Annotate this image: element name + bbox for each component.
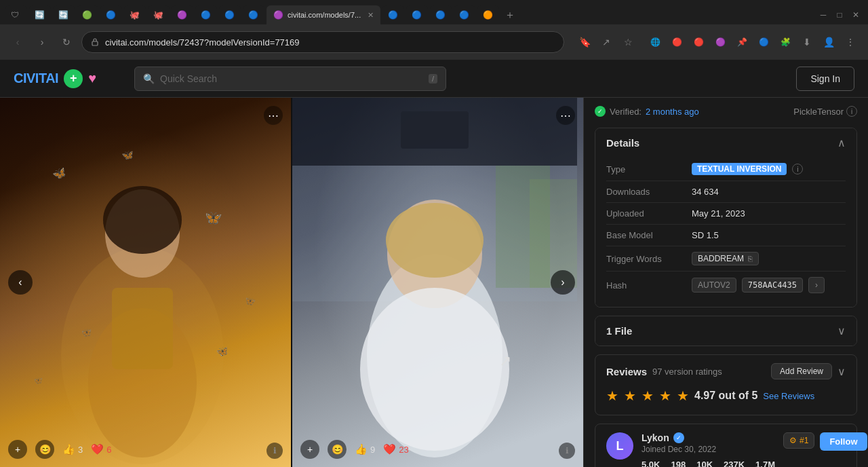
- type-badge: TEXTUAL INVERSION: [692, 163, 787, 175]
- uploaded-label: Uploaded: [606, 208, 681, 219]
- extension-btn-4[interactable]: 📌: [732, 33, 751, 52]
- rank-value: #1: [800, 436, 808, 445]
- refresh-button[interactable]: ↻: [57, 33, 76, 52]
- address-bar[interactable]: civitai.com/models/72437?modelVersionId=…: [81, 31, 564, 53]
- user-name[interactable]: Lykon: [642, 432, 669, 443]
- extension-btn[interactable]: 🌐: [646, 33, 665, 52]
- gallery-2-menu-button[interactable]: ⋯: [556, 106, 575, 125]
- add-reaction-button[interactable]: +: [8, 440, 27, 459]
- hash-value: 758AAC4435: [742, 278, 803, 293]
- forward-button[interactable]: ›: [33, 33, 52, 52]
- svg-point-18: [386, 203, 484, 278]
- image-2-info-button[interactable]: ℹ: [559, 443, 575, 459]
- verified-time-link[interactable]: 2 months ago: [646, 107, 699, 117]
- search-shortcut: /: [429, 74, 437, 83]
- author-info-icon[interactable]: i: [846, 106, 857, 117]
- browser-tab[interactable]: 🟠: [477, 5, 499, 24]
- browser-tab[interactable]: 🔵: [454, 5, 475, 24]
- verified-label: Verified:: [610, 107, 642, 117]
- browser-tab[interactable]: 🔵: [406, 5, 428, 24]
- image-1-info-button[interactable]: ℹ: [267, 443, 283, 459]
- extension-btn-2[interactable]: 🔴: [689, 33, 708, 52]
- emoji-reaction-button[interactable]: 😊: [35, 440, 54, 459]
- gallery-next-button[interactable]: ›: [551, 270, 575, 295]
- search-bar[interactable]: 🔍 Quick Search /: [134, 67, 446, 91]
- browser-tab[interactable]: 🔵: [100, 5, 122, 24]
- svg-text:🦋: 🦋: [203, 208, 223, 228]
- browser-chrome: 🛡 🔄 🔄 🟢 🔵 🐙 🐙 🟣: [0, 0, 868, 60]
- browser-toolbar: ‹ › ↻ civitai.com/models/72437?modelVers…: [0, 24, 868, 60]
- user-info: Lykon ✓ Joined Dec 30, 2022 5.0K 📥 198 ❤…: [642, 432, 775, 467]
- thumbs-up-icon: 👍: [62, 443, 75, 455]
- details-header[interactable]: Details ∧: [595, 128, 856, 157]
- svg-text:🦋: 🦋: [34, 376, 43, 385]
- browser-tab[interactable]: 🔵: [195, 5, 217, 24]
- browser-tab[interactable]: 🔵: [219, 5, 241, 24]
- hash-row: Hash AUTOV2 758AAC4435 ›: [606, 272, 846, 299]
- gallery-1-actions: + 😊 👍 3 ❤️ 6: [8, 440, 111, 459]
- browser-tab[interactable]: 🔵: [243, 5, 264, 24]
- base-model-label: Base Model: [606, 230, 681, 240]
- bookmark-page-button[interactable]: 🔖: [575, 33, 594, 52]
- browser-tab[interactable]: 🐙: [124, 5, 146, 24]
- browser-tab[interactable]: 🛡: [5, 5, 27, 24]
- new-tab-button[interactable]: ＋: [500, 5, 519, 24]
- browser-tab[interactable]: 🟣: [172, 5, 193, 24]
- reviews-header: Reviews 97 version ratings Add Review ∨: [595, 355, 856, 388]
- user-stat-likes: 198 ❤️: [671, 460, 686, 467]
- browser-menu-button[interactable]: ⋮: [841, 33, 860, 52]
- add-content-button[interactable]: +: [64, 69, 83, 88]
- base-model-row: Base Model SD 1.5: [606, 225, 846, 246]
- type-info-icon[interactable]: i: [792, 164, 803, 174]
- bookmark-star-button[interactable]: ☆: [618, 33, 637, 52]
- app-header: CIVITAI + ♥ 🔍 Quick Search / Sign In: [0, 60, 868, 98]
- add-reaction-2-button[interactable]: +: [300, 440, 319, 459]
- extension-btn-5[interactable]: 🔵: [754, 33, 773, 52]
- hash-label: Hash: [606, 280, 681, 291]
- extension-btn-6[interactable]: 🧩: [776, 33, 795, 52]
- downloads-label: Downloads: [606, 187, 681, 197]
- gallery-prev-button[interactable]: ‹: [8, 270, 33, 295]
- user-name-row: Lykon ✓: [642, 432, 775, 443]
- copy-trigger-button[interactable]: ⎘: [748, 255, 753, 263]
- hash-expand-button[interactable]: ›: [808, 277, 825, 293]
- verified-badge: ✓ Verified: 2 months ago: [595, 106, 699, 117]
- close-button[interactable]: ✕: [849, 8, 863, 22]
- stat-thumbs-value: 10K: [696, 460, 713, 467]
- browser-tab[interactable]: 🐙: [148, 5, 170, 24]
- browser-tabs: 🛡 🔄 🔄 🟢 🔵 🐙 🐙 🟣: [0, 0, 868, 24]
- browser-tab[interactable]: 🔵: [430, 5, 452, 24]
- gallery-1-menu-button[interactable]: ⋯: [264, 106, 283, 125]
- restore-button[interactable]: □: [833, 8, 846, 22]
- downloads-button[interactable]: ⬇: [797, 33, 816, 52]
- star-2: ★: [624, 388, 636, 404]
- favorites-button[interactable]: ♥: [88, 71, 96, 86]
- user-stat-downloads: 5.0K 📥: [642, 460, 660, 467]
- browser-tab[interactable]: 🔄: [29, 5, 51, 24]
- browser-tab[interactable]: 🔵: [382, 5, 404, 24]
- reviews-body: ★ ★ ★ ★ ★ 4.97 out of 5 See Reviews: [595, 388, 856, 415]
- reviews-chevron-icon[interactable]: ∨: [837, 365, 846, 378]
- files-header[interactable]: 1 File ∨: [595, 316, 856, 345]
- user-stat-thumbs: 10K 👍: [696, 460, 713, 467]
- back-button[interactable]: ‹: [8, 33, 27, 52]
- follow-button[interactable]: Follow: [820, 432, 867, 451]
- logo[interactable]: CIVITAI: [14, 71, 58, 86]
- emoji-reaction-2-button[interactable]: 😊: [328, 440, 347, 459]
- browser-tab-active[interactable]: 🟣 civitai.com/models/7... ✕: [267, 5, 380, 24]
- user-profile-button[interactable]: 👤: [819, 33, 838, 52]
- add-review-button[interactable]: Add Review: [771, 363, 832, 379]
- svg-text:🦋: 🦋: [216, 345, 230, 358]
- extension-btn-red[interactable]: 🔴: [667, 33, 686, 52]
- heart-2-icon: ❤️: [383, 443, 396, 455]
- see-reviews-link[interactable]: See Reviews: [763, 391, 814, 401]
- minimize-button[interactable]: ─: [816, 8, 830, 22]
- extension-btn-3[interactable]: 🟣: [711, 33, 730, 52]
- save-to-reading-button[interactable]: ↗: [597, 33, 616, 52]
- browser-tab[interactable]: 🟢: [77, 5, 98, 24]
- sign-in-button[interactable]: Sign In: [796, 67, 854, 91]
- downloads-row: Downloads 34 634: [606, 181, 846, 203]
- browser-tab[interactable]: 🔄: [53, 5, 75, 24]
- star-3: ★: [642, 388, 654, 404]
- address-text: civitai.com/models/72437?modelVersionId=…: [105, 37, 300, 48]
